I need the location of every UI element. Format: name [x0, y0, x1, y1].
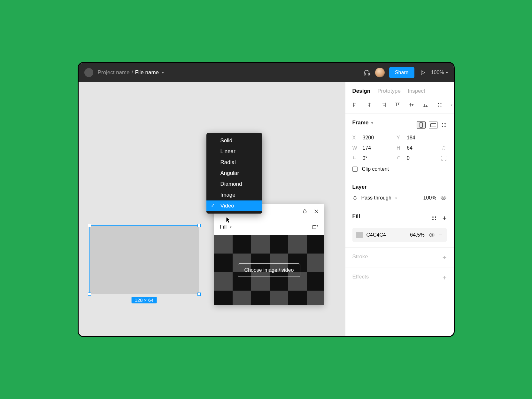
resize-to-fit-icon[interactable] — [441, 122, 447, 128]
fill-type-diamond[interactable]: Diamond — [206, 179, 262, 190]
chevron-down-icon: ▾ — [371, 121, 373, 125]
add-effect-button[interactable]: + — [443, 274, 447, 282]
stroke-panel: Stroke + — [345, 248, 454, 268]
align-right-icon[interactable] — [381, 102, 386, 108]
frame-title-label: Frame — [352, 120, 369, 126]
svg-point-4 — [440, 103, 441, 104]
layer-opacity[interactable]: 100% — [423, 195, 436, 201]
align-top-icon[interactable] — [395, 102, 400, 108]
fill-type-linear[interactable]: Linear — [206, 146, 262, 157]
app-window: Project name / File name ▾ Share 100% ▾ — [78, 62, 455, 337]
link-dimensions-icon[interactable] — [441, 145, 447, 151]
chevron-down-icon[interactable]: ▾ — [395, 196, 397, 200]
prop-x[interactable]: X3200 — [352, 135, 391, 141]
frame-landscape[interactable] — [429, 121, 438, 129]
svg-point-3 — [438, 103, 439, 104]
remove-fill-button[interactable]: − — [439, 231, 443, 239]
avatar[interactable] — [375, 68, 385, 77]
tab-inspect[interactable]: Inspect — [408, 88, 425, 94]
rotate-icon[interactable] — [312, 223, 319, 231]
resize-handle-tl[interactable] — [88, 224, 91, 227]
breadcrumb: Project name / File name ▾ — [98, 69, 164, 76]
frame-portrait[interactable] — [417, 121, 426, 129]
prop-radius[interactable]: 0 — [397, 155, 435, 161]
play-icon[interactable] — [419, 69, 427, 76]
fill-mode-label[interactable]: Fill — [220, 224, 227, 230]
chevron-down-icon[interactable]: ▾ — [162, 71, 164, 75]
eye-icon[interactable] — [440, 195, 447, 201]
fill-hex[interactable]: C4C4C4 — [366, 232, 386, 238]
cursor-icon — [226, 216, 231, 223]
prop-rotation[interactable]: 0° — [352, 155, 391, 161]
chevron-down-icon: ▾ — [446, 71, 448, 75]
tab-prototype[interactable]: Prototype — [377, 88, 401, 94]
chevron-down-icon[interactable]: ▾ — [230, 225, 232, 229]
chevron-down-icon[interactable]: ▾ — [451, 103, 452, 107]
eye-icon[interactable] — [428, 232, 435, 238]
fill-type-angular[interactable]: Angular — [206, 168, 262, 179]
zoom-control[interactable]: 100% ▾ — [431, 70, 448, 75]
align-hcenter-icon[interactable] — [366, 102, 372, 108]
svg-point-8 — [432, 216, 434, 218]
svg-rect-0 — [364, 73, 366, 75]
fill-type-video[interactable]: Video — [206, 200, 262, 211]
resize-handle-tr[interactable] — [197, 224, 201, 227]
align-row: ▾ — [345, 99, 454, 114]
angle-icon — [352, 155, 358, 161]
add-stroke-button[interactable]: + — [443, 254, 447, 262]
effects-panel-title: Effects — [352, 274, 369, 282]
prop-h[interactable]: H64 — [397, 145, 435, 151]
fill-opacity[interactable]: 64.5% — [410, 232, 424, 238]
align-left-icon[interactable] — [352, 102, 358, 108]
svg-point-12 — [431, 234, 432, 236]
droplet-icon[interactable] — [302, 208, 308, 214]
clip-content-label: Clip content — [362, 166, 389, 172]
prop-y[interactable]: Y184 — [397, 135, 435, 141]
inspector-tabs: Design Prototype Inspect — [345, 82, 454, 99]
layer-blend-row: Pass through ▾ 100% — [352, 195, 447, 201]
fill-type-solid[interactable]: Solid — [206, 135, 262, 146]
effects-panel: Effects + — [345, 268, 454, 288]
fill-swatch[interactable] — [356, 232, 363, 238]
close-icon[interactable] — [313, 208, 319, 214]
stroke-panel-title: Stroke — [352, 254, 368, 262]
selection-dimensions: 128 × 64 — [132, 297, 157, 303]
independent-corners-icon[interactable] — [441, 155, 447, 161]
media-preview[interactable]: Choose image / video — [214, 235, 324, 305]
blend-mode-select[interactable]: Pass through — [361, 195, 391, 201]
tab-design[interactable]: Design — [352, 88, 371, 94]
frame-panel: Frame ▾ X3200 Y184 W174 H64 — [345, 114, 454, 178]
clip-content-row[interactable]: Clip content — [352, 166, 447, 172]
headphones-icon[interactable] — [363, 69, 371, 76]
distribute-icon[interactable] — [437, 102, 443, 108]
fill-type-radial[interactable]: Radial — [206, 157, 262, 168]
svg-rect-2 — [312, 225, 316, 229]
styles-icon[interactable] — [432, 216, 437, 221]
clip-content-checkbox[interactable] — [352, 167, 358, 172]
resize-handle-bl[interactable] — [88, 293, 91, 296]
choose-media-button[interactable]: Choose image / video — [238, 263, 301, 277]
align-vcenter-icon[interactable] — [409, 102, 414, 108]
topbar: Project name / File name ▾ Share 100% ▾ — [79, 63, 454, 82]
content: 128 × 64 Fill ▾ Choose image / video — [79, 82, 454, 336]
add-fill-button[interactable]: + — [443, 214, 447, 223]
app-logo[interactable] — [84, 68, 93, 77]
fill-item[interactable]: C4C4C4 64.5% − — [352, 228, 447, 242]
share-button[interactable]: Share — [389, 67, 414, 78]
fill-panel-title: Fill — [352, 213, 360, 219]
svg-point-6 — [440, 106, 441, 107]
inspector-sidebar: Design Prototype Inspect ▾ Frame ▾ — [345, 82, 454, 336]
canvas[interactable]: 128 × 64 Fill ▾ Choose image / video — [79, 82, 345, 336]
droplet-icon[interactable] — [352, 195, 358, 200]
project-name[interactable]: Project name — [98, 69, 130, 76]
fill-type-image[interactable]: Image — [206, 190, 262, 200]
svg-point-9 — [435, 216, 436, 218]
frame-panel-title[interactable]: Frame ▾ — [352, 120, 373, 126]
svg-point-11 — [435, 219, 436, 220]
prop-w[interactable]: W174 — [352, 145, 391, 151]
resize-handle-br[interactable] — [197, 293, 201, 296]
fill-type-menu: Solid Linear Radial Angular Diamond Imag… — [206, 133, 262, 214]
selected-frame[interactable]: 128 × 64 — [89, 225, 199, 294]
file-name[interactable]: File name — [135, 69, 159, 76]
align-bottom-icon[interactable] — [423, 102, 428, 108]
